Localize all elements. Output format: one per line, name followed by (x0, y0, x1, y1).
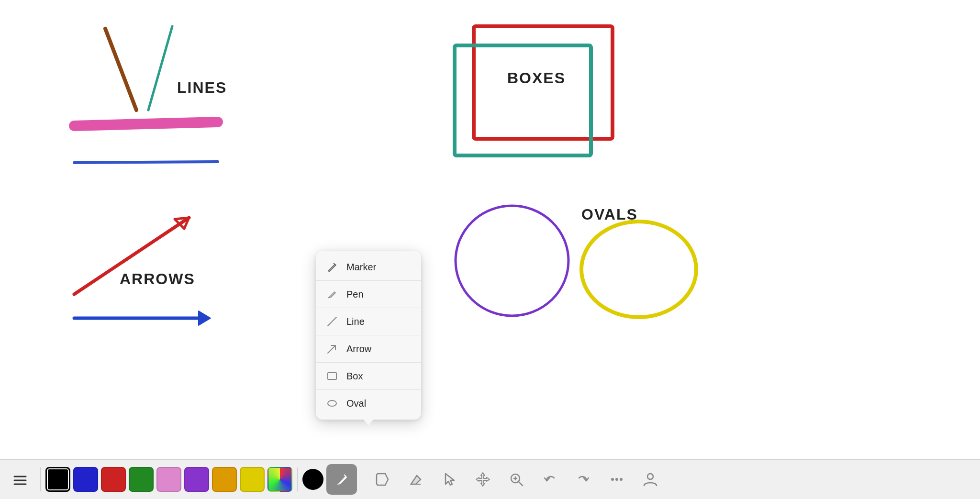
boxes-label: BOXES (507, 69, 566, 87)
oval-icon (325, 397, 339, 410)
svg-rect-9 (455, 45, 591, 155)
eraser-button[interactable] (401, 464, 431, 495)
svg-line-0 (105, 29, 136, 110)
marker-icon (325, 260, 339, 274)
divider-2 (297, 467, 298, 491)
svg-point-26 (620, 478, 623, 481)
account-button[interactable] (635, 464, 666, 495)
svg-line-1 (148, 26, 172, 110)
canvas-drawings (0, 0, 980, 459)
color-blue[interactable] (73, 467, 98, 492)
current-color-circle[interactable] (302, 469, 323, 490)
lines-label: LINES (177, 79, 227, 97)
arrow-label: Arrow (346, 344, 371, 355)
divider-1 (40, 467, 41, 491)
svg-line-23 (519, 482, 523, 486)
dropdown-item-marker[interactable]: Marker (316, 255, 421, 279)
color-pink[interactable] (156, 467, 181, 492)
undo-button[interactable] (535, 464, 565, 495)
ovals-label: OVALS (581, 206, 638, 223)
dropdown-item-arrow[interactable]: Arrow (316, 336, 421, 361)
arrow-icon (325, 342, 339, 355)
color-mixed[interactable] (267, 467, 292, 492)
more-options-button[interactable] (601, 464, 632, 495)
menu-button[interactable] (5, 464, 35, 495)
divider-3 (362, 467, 362, 491)
dropdown-item-line[interactable]: Line (316, 309, 421, 334)
move-tool-button[interactable] (468, 464, 498, 495)
dropdown-item-pen[interactable]: Pen (316, 282, 421, 307)
svg-line-2 (74, 122, 218, 126)
svg-marker-7 (199, 311, 211, 325)
color-black[interactable] (45, 467, 70, 492)
color-orange[interactable] (212, 467, 237, 492)
arrows-label: ARROWS (120, 270, 195, 288)
svg-line-12 (328, 317, 336, 326)
oval-label: Oval (346, 398, 366, 409)
color-red[interactable] (101, 467, 126, 492)
svg-point-24 (611, 478, 614, 481)
pen-label: Pen (346, 289, 364, 300)
toolbar (0, 459, 980, 499)
canvas-area[interactable]: LINES ARROWS BOXES OVALS Marker Pen (0, 0, 980, 459)
marker-label: Marker (346, 262, 376, 273)
color-yellow[interactable] (240, 467, 265, 492)
svg-point-27 (647, 474, 653, 479)
zoom-button[interactable] (501, 464, 532, 495)
color-green[interactable] (129, 467, 154, 492)
svg-marker-5 (175, 218, 189, 229)
line-icon (325, 315, 339, 328)
dropdown-item-box[interactable]: Box (316, 364, 421, 388)
pen-icon (325, 288, 339, 301)
color-purple[interactable] (184, 467, 209, 492)
svg-point-10 (456, 206, 568, 316)
active-tool-button[interactable] (326, 464, 357, 495)
svg-point-15 (328, 400, 336, 406)
svg-point-11 (581, 222, 696, 317)
svg-line-13 (328, 345, 335, 353)
svg-rect-14 (328, 373, 336, 379)
shape-tool-button[interactable] (367, 464, 398, 495)
redo-button[interactable] (568, 464, 599, 495)
tool-dropdown: Marker Pen Line (316, 251, 421, 420)
svg-line-3 (74, 162, 218, 163)
dropdown-item-oval[interactable]: Oval (316, 391, 421, 416)
line-label: Line (346, 316, 365, 327)
select-tool-button[interactable] (434, 464, 465, 495)
box-icon (325, 369, 339, 383)
svg-point-25 (615, 478, 618, 481)
box-label: Box (346, 371, 363, 382)
